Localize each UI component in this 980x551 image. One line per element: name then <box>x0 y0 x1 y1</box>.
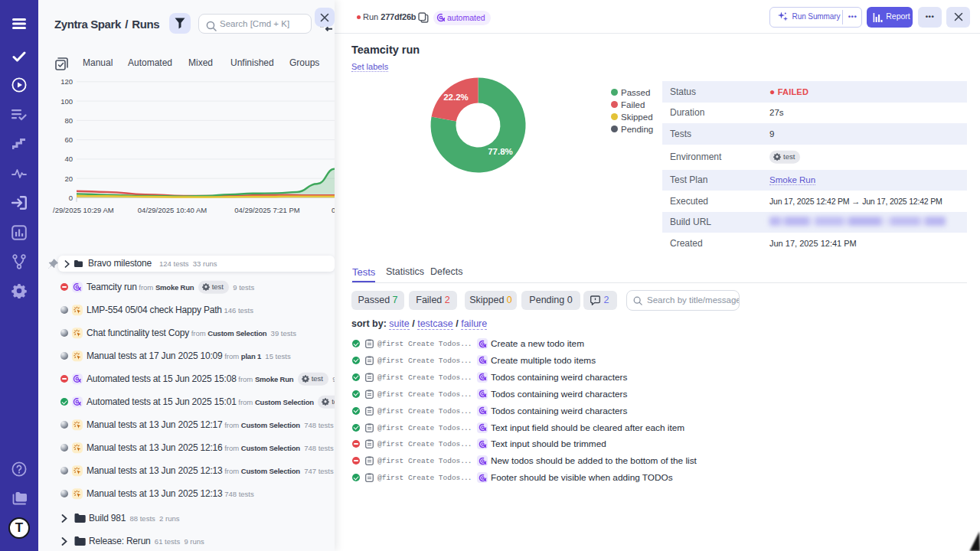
svg-text:04/29/2025 10:40 AM: 04/29/2025 10:40 AM <box>138 206 207 214</box>
svg-text:77.8%: 77.8% <box>488 147 513 156</box>
svg-text:40: 40 <box>64 155 73 163</box>
svg-text:60: 60 <box>64 135 73 144</box>
svg-text:0: 0 <box>69 194 73 202</box>
svg-text:20: 20 <box>64 174 73 183</box>
svg-text:100: 100 <box>60 97 73 106</box>
svg-text:/29/2025 10:29 AM: /29/2025 10:29 AM <box>53 206 114 214</box>
svg-text:04: 04 <box>332 206 335 214</box>
svg-text:04/29/2025 7:21 PM: 04/29/2025 7:21 PM <box>234 206 300 214</box>
svg-text:80: 80 <box>64 116 73 125</box>
svg-text:120: 120 <box>60 77 73 86</box>
svg-text:22.2%: 22.2% <box>443 93 469 102</box>
